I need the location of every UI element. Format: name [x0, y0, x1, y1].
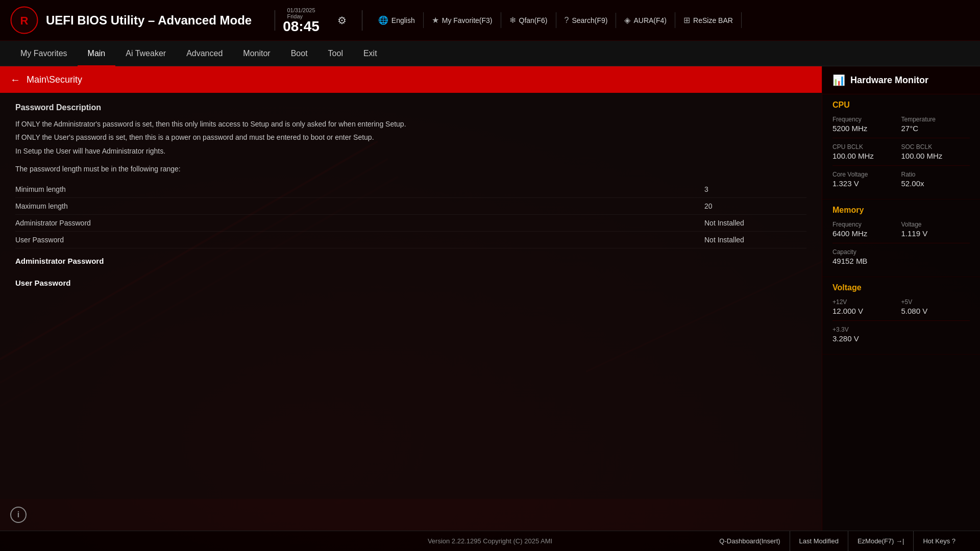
hw-ratio-label: Ratio — [901, 171, 970, 178]
divider-1 — [275, 10, 275, 31]
hw-mem-freq-volt-row: Frequency 6400 MHz Voltage 1.119 V — [832, 221, 970, 238]
hw-cpu-freq-temp: Frequency 5200 MHz Temperature 27°C — [832, 116, 970, 133]
hw-cpu-temp-label: Temperature — [901, 116, 970, 123]
footer: Version 2.22.1295 Copyright (C) 2025 AMI… — [0, 531, 980, 551]
nav-my-favorites[interactable]: My Favorites — [10, 41, 78, 66]
user-password-button[interactable]: User Password — [15, 273, 806, 292]
nav-boot[interactable]: Boot — [281, 41, 318, 66]
monitor-icon: 📊 — [832, 74, 845, 86]
hw-memory-title: Memory — [832, 206, 970, 215]
range-section: The password length must be in the follo… — [15, 165, 806, 173]
min-length-value: 3 — [704, 185, 806, 193]
toolbar-resize-bar[interactable]: ⊞ ReSize BAR — [675, 12, 742, 28]
breadcrumb-path: Main\Security — [27, 74, 82, 85]
toolbar-english[interactable]: 🌐 English — [370, 12, 424, 28]
hw-memory-section: Memory Frequency 6400 MHz Voltage 1.119 … — [822, 199, 980, 277]
hw-mem-freq-value: 6400 MHz — [832, 229, 901, 238]
hw-core-volt-value: 1.323 V — [832, 179, 901, 188]
hw-monitor-title: Hardware Monitor — [850, 75, 928, 86]
max-length-row: Maximum length 20 — [15, 198, 806, 215]
hw-core-volt-label: Core Voltage — [832, 171, 901, 178]
hw-12v-value: 12.000 V — [832, 307, 901, 315]
divider-2 — [362, 10, 362, 31]
header-toolbar: 🌐 English ★ My Favorite(F3) ❄ Qfan(F6) ?… — [370, 12, 970, 28]
toolbar-search[interactable]: ? Search(F9) — [556, 13, 617, 28]
hw-12v-label: +12V — [832, 298, 901, 306]
nav-ai-tweaker[interactable]: Ai Tweaker — [115, 41, 176, 66]
nav-exit[interactable]: Exit — [353, 41, 387, 66]
hw-voltage-title: Voltage — [832, 283, 970, 292]
fan-icon: ❄ — [509, 15, 516, 25]
header-top: R UEFI BIOS Utility – Advanced Mode 01/3… — [0, 0, 980, 41]
user-password-status-value: Not Installed — [704, 236, 806, 244]
nav-advanced[interactable]: Advanced — [176, 41, 233, 66]
max-length-label: Maximum length — [15, 202, 704, 210]
date-display: 01/31/2025 Friday — [287, 7, 315, 19]
hw-mem-volt-value: 1.119 V — [901, 229, 970, 238]
min-length-label: Minimum length — [15, 185, 704, 193]
toolbar-qfan[interactable]: ❄ Qfan(F6) — [501, 12, 556, 28]
back-button[interactable]: ← — [10, 74, 20, 86]
globe-icon: 🌐 — [378, 15, 388, 25]
nav-menu: My Favorites Main Ai Tweaker Advanced Mo… — [0, 41, 980, 66]
hw-mem-volt-col: Voltage 1.119 V — [901, 221, 970, 238]
toolbar-aura[interactable]: ◈ AURA(F4) — [616, 12, 675, 28]
app-title: UEFI BIOS Utility – Advanced Mode — [46, 13, 252, 28]
star-icon: ★ — [432, 15, 439, 25]
q-dashboard-button[interactable]: Q-Dashboard(Insert) — [710, 531, 790, 552]
hw-soc-bclk-label: SOC BCLK — [901, 143, 970, 151]
footer-right: Q-Dashboard(Insert) Last Modified EzMode… — [552, 531, 965, 552]
nav-tool[interactable]: Tool — [318, 41, 353, 66]
user-password-status-label: User Password — [15, 236, 704, 244]
hw-5v-value: 5.080 V — [901, 307, 970, 315]
user-password-status-row: User Password Not Installed — [15, 232, 806, 248]
desc-user-rights: In Setup the User will have Administrato… — [15, 145, 806, 157]
settings-icon[interactable]: ⚙ — [337, 14, 347, 27]
desc-admin-password: If ONLY the Administrator's password is … — [15, 118, 806, 130]
footer-version: Version 2.22.1295 Copyright (C) 2025 AMI — [428, 537, 552, 545]
hw-cpu-volt-ratio-row: Core Voltage 1.323 V Ratio 52.00x — [832, 171, 970, 188]
password-description-title: Password Description — [15, 103, 806, 112]
content-area: ← Main\Security Password Description If … — [0, 66, 822, 531]
hw-divider-3 — [832, 243, 970, 243]
datetime-display: 01/31/2025 Friday 08:45 — [283, 7, 320, 34]
toolbar-my-favorite[interactable]: ★ My Favorite(F3) — [424, 12, 501, 28]
admin-password-status-value: Not Installed — [704, 219, 806, 227]
hw-33v-col: +3.3V 3.280 V — [832, 326, 970, 343]
admin-password-status-label: Administrator Password — [15, 219, 704, 227]
time-display: 08:45 — [283, 19, 320, 34]
hw-cpu-bclk-value: 100.00 MHz — [832, 152, 901, 160]
hw-cpu-section: CPU Frequency 5200 MHz Temperature 27°C … — [822, 94, 980, 199]
hw-mem-cap-row: Capacity 49152 MB — [832, 248, 970, 265]
breadcrumb: ← Main\Security — [0, 66, 822, 93]
hw-cpu-freq-label: Frequency — [832, 116, 901, 123]
max-length-value: 20 — [704, 202, 806, 210]
hw-33v-label: +3.3V — [832, 326, 970, 333]
hw-monitor-header: 📊 Hardware Monitor — [822, 66, 980, 94]
svg-text:R: R — [20, 14, 29, 27]
hw-mem-cap-value: 49152 MB — [832, 257, 970, 265]
info-icon[interactable]: i — [10, 507, 27, 523]
nav-monitor[interactable]: Monitor — [233, 41, 280, 66]
hw-cpu-bclk-row: CPU BCLK 100.00 MHz SOC BCLK 100.00 MHz — [832, 143, 970, 160]
hw-divider-2 — [832, 165, 970, 166]
hw-cpu-bclk-label: CPU BCLK — [832, 143, 901, 151]
last-modified-button[interactable]: Last Modified — [790, 531, 848, 552]
hw-5v-col: +5V 5.080 V — [901, 298, 970, 315]
asus-logo: R — [10, 6, 38, 34]
hw-mem-cap-label: Capacity — [832, 248, 970, 256]
hw-cpu-temp-value: 27°C — [901, 124, 970, 133]
hw-cpu-bclk-col: CPU BCLK 100.00 MHz — [832, 143, 901, 160]
resize-icon: ⊞ — [683, 15, 690, 25]
range-intro: The password length must be in the follo… — [15, 165, 806, 173]
admin-password-status-row: Administrator Password Not Installed — [15, 215, 806, 232]
hw-ratio-col: Ratio 52.00x — [901, 171, 970, 188]
ez-mode-button[interactable]: EzMode(F7) →| — [848, 531, 914, 552]
hot-keys-button[interactable]: Hot Keys ? — [914, 531, 965, 552]
aura-icon: ◈ — [624, 15, 630, 25]
admin-password-button[interactable]: Administrator Password — [15, 252, 806, 270]
hw-ratio-value: 52.00x — [901, 179, 970, 188]
nav-main[interactable]: Main — [78, 41, 116, 66]
hw-mem-freq-label: Frequency — [832, 221, 901, 228]
hw-33v-value: 3.280 V — [832, 334, 970, 343]
